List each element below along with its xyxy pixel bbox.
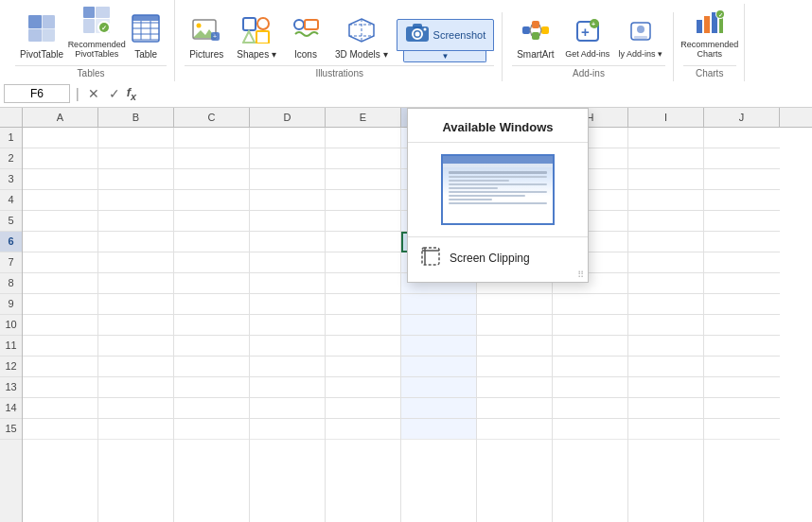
row-num-9[interactable]: 9 — [0, 294, 22, 315]
cell-J10[interactable] — [704, 315, 780, 336]
cell-E10[interactable] — [326, 315, 400, 336]
icons-button[interactable]: Icons — [285, 14, 327, 62]
cell-B14[interactable] — [98, 398, 173, 419]
cell-E1[interactable] — [326, 128, 400, 148]
cell-E12[interactable] — [326, 357, 400, 377]
cell-E6[interactable] — [326, 232, 400, 252]
cell-E9[interactable] — [326, 294, 400, 315]
cell-B2[interactable] — [98, 148, 173, 169]
cell-C7[interactable] — [174, 252, 249, 273]
formula-fx-button[interactable]: fx — [127, 85, 136, 102]
cell-D9[interactable] — [250, 294, 325, 315]
cell-J14[interactable] — [704, 398, 780, 419]
cell-D4[interactable] — [250, 190, 325, 211]
cell-C11[interactable] — [174, 336, 249, 357]
cell-A11[interactable] — [23, 336, 97, 357]
cell-D8[interactable] — [250, 273, 325, 294]
cell-B12[interactable] — [98, 357, 173, 377]
cell-A7[interactable] — [23, 252, 97, 273]
cell-G15[interactable] — [477, 419, 552, 440]
cell-E2[interactable] — [326, 148, 400, 169]
cell-F10[interactable] — [401, 315, 476, 336]
pivot-table-button[interactable]: PivotTable — [15, 10, 68, 62]
3d-models-button[interactable]: 3D Models ▾ — [330, 14, 393, 62]
cell-reference-box[interactable]: F6 — [4, 84, 70, 103]
cell-B15[interactable] — [98, 419, 173, 440]
cell-I14[interactable] — [628, 398, 703, 419]
cell-C13[interactable] — [174, 377, 249, 398]
cell-I15[interactable] — [628, 419, 703, 440]
screenshot-arrow-button[interactable]: ▼ — [403, 51, 486, 62]
cell-C6[interactable] — [174, 232, 249, 252]
row-num-4[interactable]: 4 — [0, 190, 22, 211]
cell-B7[interactable] — [98, 252, 173, 273]
row-num-14[interactable]: 14 — [0, 398, 22, 419]
formula-input[interactable] — [140, 85, 808, 102]
row-num-11[interactable]: 11 — [0, 336, 22, 357]
cell-E5[interactable] — [326, 211, 400, 232]
screen-clipping-button[interactable]: Screen Clipping — [408, 241, 588, 276]
cell-E13[interactable] — [326, 377, 400, 398]
cell-I5[interactable] — [628, 211, 703, 232]
cell-A13[interactable] — [23, 377, 97, 398]
cell-I4[interactable] — [628, 190, 703, 211]
cell-J12[interactable] — [704, 357, 780, 377]
cancel-icon[interactable]: ✕ — [85, 85, 102, 102]
cell-C15[interactable] — [174, 419, 249, 440]
cell-E14[interactable] — [326, 398, 400, 419]
cell-F9[interactable] — [401, 294, 476, 315]
cell-C2[interactable] — [174, 148, 249, 169]
cell-F12[interactable] — [401, 357, 476, 377]
col-header-C[interactable]: C — [174, 108, 250, 127]
cell-J7[interactable] — [704, 252, 780, 273]
cell-J15[interactable] — [704, 419, 780, 440]
cell-H15[interactable] — [553, 419, 627, 440]
cell-C8[interactable] — [174, 273, 249, 294]
cell-A12[interactable] — [23, 357, 97, 377]
col-header-I[interactable]: I — [628, 108, 704, 127]
cell-A5[interactable] — [23, 211, 97, 232]
col-header-E[interactable]: E — [326, 108, 401, 127]
cell-F15[interactable] — [401, 419, 476, 440]
cell-C10[interactable] — [174, 315, 249, 336]
cell-B4[interactable] — [98, 190, 173, 211]
cell-J6[interactable] — [704, 232, 780, 252]
get-addins-button[interactable]: + + Get Add-ins — [563, 15, 612, 62]
row-num-12[interactable]: 12 — [0, 357, 22, 377]
cell-C9[interactable] — [174, 294, 249, 315]
cell-C5[interactable] — [174, 211, 249, 232]
row-num-7[interactable]: 7 — [0, 252, 22, 273]
cell-D10[interactable] — [250, 315, 325, 336]
cell-D13[interactable] — [250, 377, 325, 398]
cell-J11[interactable] — [704, 336, 780, 357]
col-header-D[interactable]: D — [250, 108, 326, 127]
cell-C4[interactable] — [174, 190, 249, 211]
cell-C12[interactable] — [174, 357, 249, 377]
cell-I6[interactable] — [628, 232, 703, 252]
cell-A2[interactable] — [23, 148, 97, 169]
cell-B3[interactable] — [98, 169, 173, 190]
cell-H12[interactable] — [553, 357, 627, 377]
cell-H9[interactable] — [553, 294, 627, 315]
cell-J13[interactable] — [704, 377, 780, 398]
cell-D14[interactable] — [250, 398, 325, 419]
col-header-A[interactable]: A — [23, 108, 98, 127]
row-num-13[interactable]: 13 — [0, 377, 22, 398]
cell-G9[interactable] — [477, 294, 552, 315]
cell-B9[interactable] — [98, 294, 173, 315]
cell-A8[interactable] — [23, 273, 97, 294]
cell-B8[interactable] — [98, 273, 173, 294]
table-button[interactable]: Table — [125, 10, 167, 62]
cell-D3[interactable] — [250, 169, 325, 190]
cell-J4[interactable] — [704, 190, 780, 211]
row-num-10[interactable]: 10 — [0, 315, 22, 336]
cell-A1[interactable] — [23, 128, 97, 148]
cell-B11[interactable] — [98, 336, 173, 357]
cell-E4[interactable] — [326, 190, 400, 211]
cell-D11[interactable] — [250, 336, 325, 357]
cell-A14[interactable] — [23, 398, 97, 419]
shapes-button[interactable]: Shapes ▾ — [232, 14, 281, 62]
row-num-8[interactable]: 8 — [0, 273, 22, 294]
cell-J5[interactable] — [704, 211, 780, 232]
cell-J2[interactable] — [704, 148, 780, 169]
